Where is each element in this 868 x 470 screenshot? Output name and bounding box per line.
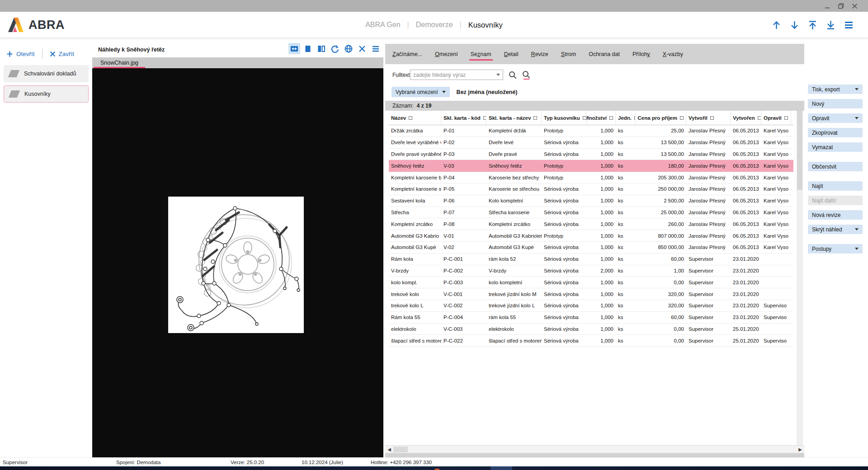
column-header-nazev[interactable]: Název	[389, 111, 441, 125]
table-row[interactable]: trekové kolo LV-C-002trekové jízdní kolo…	[389, 300, 793, 312]
tab-strom[interactable]: Strom	[555, 44, 582, 64]
table-row[interactable]: Automobil G3 KupéV-02Automobil G3 KupéSé…	[389, 242, 793, 254]
column-options-icon[interactable]	[483, 116, 486, 120]
tab-revize[interactable]: Revize	[525, 44, 555, 64]
column-options-icon[interactable]	[583, 116, 586, 120]
table-row[interactable]: Sestavení kolaP-06Kolo kompletníSériová …	[389, 195, 793, 207]
action-tisk-export[interactable]: Tisk, export	[808, 85, 863, 94]
search-next-icon[interactable]	[522, 70, 531, 80]
restore-icon[interactable]	[837, 2, 844, 9]
tab-zaciname[interactable]: Začínáme...	[386, 44, 429, 64]
table-row[interactable]: V-brzdyP-C-002V-brzdySériová výroba2,000…	[389, 265, 793, 277]
fulltext-input[interactable]	[410, 70, 503, 80]
column-header-vytvoren[interactable]: Vytvořen	[731, 111, 761, 125]
tab-ochrana-dat[interactable]: Ochrana dat	[582, 44, 626, 64]
sidebar-item-schvalovani-dokladu[interactable]: Schvalování dokladů	[4, 65, 89, 82]
vertical-scrollbar[interactable]	[797, 111, 803, 445]
table-row[interactable]: Rám kola 55P-C-004rám kola 55Sériová výr…	[389, 312, 793, 324]
first-record-icon[interactable]	[807, 19, 818, 31]
action-opravit[interactable]: Opravit	[808, 113, 863, 123]
action-obcerstvit[interactable]: Občerstvit	[808, 162, 863, 171]
action-label: Najít	[812, 183, 823, 189]
minimize-icon[interactable]	[824, 2, 831, 9]
column-options-icon[interactable]	[758, 116, 761, 120]
table-row[interactable]: Sněhový řetězV-03Sněhový řetězPrototyp1,…	[389, 160, 793, 172]
table-row[interactable]: kolo kompl.P-C-003kolo kompletníSériová …	[389, 277, 793, 288]
close-preview-icon[interactable]	[356, 43, 368, 54]
close-icon[interactable]	[851, 2, 858, 9]
restriction-selector-button[interactable]: Vybrané omezení	[392, 87, 450, 97]
table-row[interactable]: Rám kolaP-C-001rám kola 52Sériová výroba…	[389, 254, 793, 265]
scrollbar-thumb[interactable]	[797, 111, 802, 190]
table-row[interactable]: elektrokoloV-C-003elektrokoloSériová výr…	[389, 324, 793, 335]
previous-record-icon[interactable]	[771, 19, 782, 31]
table-row[interactable]: trekové koloV-C-001trekové jízdní kolo M…	[389, 288, 793, 300]
split-view-icon[interactable]	[316, 43, 327, 54]
open-agenda-button[interactable]: Otevřít	[6, 51, 35, 57]
table-row[interactable]: Dveře levé vyráběné vP-02Dveře levéSério…	[389, 137, 793, 149]
cell-skl-karta-kod: P-03	[441, 151, 486, 157]
preview-tab-snowchain[interactable]: SnowChain.jpg	[94, 57, 145, 68]
table-row[interactable]: Kompletní zrcátkoP-08Kompletní zrcátkoSé…	[389, 218, 793, 230]
single-page-icon[interactable]	[302, 43, 314, 54]
action-nova-revize[interactable]: Nová revize	[808, 210, 863, 220]
column-header-cena-pro-prijem[interactable]: Cena pro příjem	[636, 111, 686, 125]
column-options-icon[interactable]	[609, 116, 613, 120]
preview-menu-icon[interactable]	[370, 43, 382, 54]
table-row[interactable]: Kompletní karoserie seP-05Karoserie se s…	[389, 183, 793, 195]
windows-taskbar[interactable]	[0, 466, 868, 470]
column-header-skl-karta-nazev[interactable]: Skl. karta - název	[486, 111, 542, 125]
column-header-mnozstvi[interactable]: Množství	[587, 111, 616, 125]
column-header-opravil[interactable]: Opravil	[761, 111, 791, 125]
column-header-skl-karta-kod[interactable]: Skl. karta - kód	[441, 111, 486, 125]
cell-skl-karta-nazev: rám kola 55	[486, 315, 542, 320]
tab-seznam[interactable]: Seznam	[464, 44, 498, 64]
table-row[interactable]: Dveře pravé vyráběnéP-03Dveře pravéSério…	[389, 149, 793, 160]
table-row[interactable]: Držák zrcátkaP-01Kompletní držákPrototyp…	[389, 125, 793, 137]
fulltext-dropdown-icon[interactable]	[496, 74, 500, 76]
table-row[interactable]: StřechaP-07Střecha karoserieSériová výro…	[389, 207, 793, 219]
scrollbar-thumb[interactable]	[393, 446, 408, 452]
column-options-icon[interactable]	[710, 116, 714, 120]
action-zkopirovat[interactable]: Zkopírovat	[808, 128, 863, 137]
column-options-icon[interactable]	[533, 116, 537, 120]
fit-width-icon[interactable]	[288, 43, 300, 54]
breadcrumb-environment[interactable]: Demoverze	[416, 21, 453, 29]
sidebar-item-kusovniky[interactable]: Kusovníky	[4, 85, 89, 103]
table-row[interactable]: Automobil G3 KabrioV-01Automobil G3 Kabr…	[389, 230, 793, 242]
search-icon[interactable]	[508, 70, 517, 80]
action-skryt-nahled[interactable]: Skrýt náhled	[808, 225, 863, 234]
tab-x-vazby[interactable]: X-vazby	[656, 44, 689, 64]
scroll-left-icon[interactable]: ◀	[386, 446, 392, 452]
action-novy[interactable]: Nový	[808, 99, 863, 108]
column-options-icon[interactable]	[784, 116, 788, 120]
table-row[interactable]: šlapací střed s motoremP-C-022šlapací st…	[389, 335, 793, 347]
column-options-icon[interactable]	[409, 116, 412, 120]
table-row[interactable]: Kompletní karoserie bezP-04Karoserie bez…	[389, 172, 793, 183]
cell-nazev: Dveře levé vyráběné v	[389, 140, 441, 145]
last-record-icon[interactable]	[825, 19, 836, 31]
cell-skl-karta-kod: P-01	[441, 128, 486, 133]
action-postupy[interactable]: Postupy	[808, 244, 863, 254]
column-header-typ-kusovniku[interactable]: Typ kusovniku	[542, 111, 587, 125]
next-record-icon[interactable]	[789, 19, 800, 31]
rotate-icon[interactable]	[329, 43, 341, 54]
cell-jedn: ks	[616, 315, 636, 320]
horizontal-scrollbar[interactable]: ◀ ▶	[385, 445, 804, 453]
breadcrumb-app[interactable]: ABRA Gen	[365, 21, 400, 29]
web-icon[interactable]	[343, 43, 354, 54]
cell-typ-kusovniku: Sériová výroba	[542, 291, 587, 297]
column-options-icon[interactable]	[680, 116, 684, 120]
scroll-right-icon[interactable]: ▶	[797, 446, 803, 452]
cell-mnozstvi: 1,000	[587, 198, 616, 203]
main-menu-icon[interactable]	[843, 19, 854, 31]
tab-omezeni[interactable]: Omezení	[429, 44, 464, 64]
column-header-vytvoril[interactable]: Vytvořil	[686, 111, 731, 125]
close-agenda-button[interactable]: Zavřít	[50, 51, 75, 57]
tab-prilohy[interactable]: Přílohy	[626, 44, 656, 64]
column-header-jedn[interactable]: Jedn.	[616, 111, 636, 125]
cell-skl-karta-kod: V-03	[441, 163, 486, 169]
action-vymazat[interactable]: Vymazat	[808, 142, 863, 152]
tab-detail[interactable]: Detail	[498, 44, 525, 64]
action-najit[interactable]: Najít	[808, 181, 863, 191]
